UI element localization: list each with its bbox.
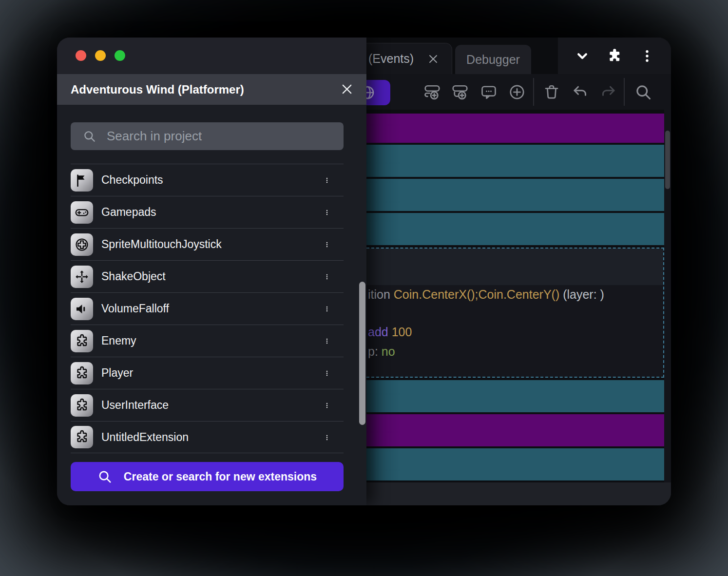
redo-icon bbox=[599, 83, 617, 101]
joystick-icon bbox=[71, 233, 93, 256]
add-comment-icon[interactable] bbox=[480, 83, 498, 101]
events-scrollbar[interactable] bbox=[664, 110, 671, 482]
puzzle-icon bbox=[71, 426, 93, 448]
kebab-menu-icon[interactable] bbox=[323, 203, 331, 222]
drawer-scrollbar-thumb[interactable] bbox=[359, 282, 365, 425]
extension-label: Player bbox=[101, 366, 133, 380]
create-extension-button-label: Create or search for new extensions bbox=[124, 470, 317, 483]
kebab-menu-icon[interactable] bbox=[323, 235, 331, 254]
event-block-selected[interactable]: ition Coin.CenterX();Coin.CenterY() (lay… bbox=[366, 248, 664, 378]
code-token: (layer: ) bbox=[559, 288, 604, 301]
extension-label: UserInterface bbox=[101, 399, 169, 412]
puzzle-icon bbox=[71, 362, 93, 384]
extension-label: Checkpoints bbox=[101, 173, 163, 187]
extension-list-item[interactable]: Checkpoints bbox=[71, 164, 344, 196]
puzzle-filled-icon[interactable] bbox=[606, 48, 623, 64]
event-block[interactable] bbox=[366, 114, 664, 143]
traffic-light-minimize[interactable] bbox=[95, 50, 106, 61]
extension-list-item[interactable]: ShakeObject bbox=[71, 260, 344, 292]
search-icon bbox=[97, 469, 112, 484]
event-action-text[interactable]: p: no bbox=[368, 345, 395, 359]
code-token: ition bbox=[368, 288, 394, 301]
event-block[interactable] bbox=[366, 179, 664, 211]
extension-list-item[interactable]: VolumeFalloff bbox=[71, 292, 344, 325]
events-sheet: ition Coin.CenterX();Coin.CenterY() (lay… bbox=[366, 110, 671, 505]
event-block[interactable] bbox=[366, 414, 664, 446]
event-block[interactable] bbox=[366, 448, 664, 480]
code-token: no bbox=[382, 345, 395, 358]
code-token: Coin.CenterY() bbox=[479, 288, 560, 301]
events-toolbar bbox=[366, 74, 671, 110]
kebab-menu-icon[interactable] bbox=[323, 332, 331, 350]
move-arrows-icon bbox=[71, 266, 93, 288]
extension-label: UntitledExtension bbox=[101, 431, 189, 444]
extensions-list: CheckpointsGamepadsSpriteMultitouchJoyst… bbox=[71, 164, 344, 453]
close-icon[interactable] bbox=[340, 82, 354, 96]
event-action-text[interactable]: add 100 bbox=[368, 325, 412, 339]
window-titlebar bbox=[57, 38, 366, 74]
traffic-light-close[interactable] bbox=[76, 50, 86, 61]
event-actions[interactable]: ition Coin.CenterX();Coin.CenterY() (lay… bbox=[366, 285, 663, 377]
toolbar-divider bbox=[533, 78, 534, 106]
extension-label: Enemy bbox=[101, 334, 136, 347]
add-subevent-icon[interactable] bbox=[451, 83, 469, 101]
event-rows: ition Coin.CenterX();Coin.CenterY() (lay… bbox=[366, 110, 664, 482]
kebab-menu-icon[interactable] bbox=[323, 396, 331, 415]
code-token: p: bbox=[368, 345, 382, 358]
dots-vertical-icon[interactable] bbox=[639, 48, 655, 64]
drawer-header: Adventurous Wind (Platformer) bbox=[57, 74, 366, 105]
search-input[interactable]: Search in project bbox=[71, 122, 344, 150]
toolbar-accent-button[interactable] bbox=[366, 80, 390, 105]
kebab-menu-icon[interactable] bbox=[323, 268, 331, 286]
kebab-menu-icon[interactable] bbox=[323, 428, 331, 447]
window-controls bbox=[558, 38, 671, 74]
extension-list-item[interactable]: UntitledExtension bbox=[71, 421, 344, 453]
undo-icon[interactable] bbox=[572, 83, 589, 101]
code-token: 100 bbox=[392, 325, 412, 339]
tab-events[interactable]: (Events) bbox=[366, 43, 452, 74]
traffic-light-zoom[interactable] bbox=[115, 50, 125, 61]
close-icon[interactable] bbox=[427, 53, 439, 65]
code-token: Coin.CenterX() bbox=[394, 288, 475, 301]
gamepad-icon bbox=[71, 201, 93, 224]
chevron-down-icon[interactable] bbox=[574, 48, 591, 64]
event-block[interactable] bbox=[366, 145, 664, 177]
trash-icon[interactable] bbox=[543, 83, 560, 101]
event-block[interactable] bbox=[366, 213, 664, 245]
code-token: add bbox=[368, 325, 392, 339]
puzzle-icon bbox=[71, 330, 93, 352]
events-editor: (Events) Debugger ition Coin.CenterX();C… bbox=[366, 38, 671, 505]
search-icon bbox=[83, 130, 96, 143]
kebab-menu-icon[interactable] bbox=[323, 171, 331, 190]
extension-list-item[interactable]: Player bbox=[71, 357, 344, 389]
extension-list-item[interactable]: SpriteMultitouchJoystick bbox=[71, 228, 344, 260]
toolbar-divider bbox=[624, 78, 625, 106]
event-block[interactable] bbox=[366, 380, 664, 412]
extension-label: SpriteMultitouchJoystick bbox=[101, 238, 222, 251]
puzzle-icon bbox=[71, 394, 93, 417]
add-event-icon[interactable] bbox=[423, 83, 441, 101]
events-scrollbar-thumb[interactable] bbox=[665, 131, 670, 189]
extension-label: ShakeObject bbox=[101, 270, 166, 283]
tab-debugger[interactable]: Debugger bbox=[455, 45, 531, 74]
event-conditions[interactable] bbox=[366, 249, 663, 285]
project-drawer: Adventurous Wind (Platformer) Search in … bbox=[57, 38, 366, 505]
extension-label: Gamepads bbox=[101, 206, 156, 219]
search-icon[interactable] bbox=[634, 83, 652, 101]
drawer-title: Adventurous Wind (Platformer) bbox=[71, 83, 244, 96]
globe-icon bbox=[366, 85, 375, 100]
speaker-icon bbox=[71, 298, 93, 320]
kebab-menu-icon[interactable] bbox=[323, 364, 331, 383]
extension-list-item[interactable]: Gamepads bbox=[71, 196, 344, 228]
app-window: (Events) Debugger ition Coin.CenterX();C… bbox=[57, 38, 671, 505]
tab-debugger-label: Debugger bbox=[466, 53, 520, 67]
create-extension-button[interactable]: Create or search for new extensions bbox=[71, 462, 344, 491]
circle-plus-icon[interactable] bbox=[508, 83, 526, 101]
extension-list-item[interactable]: Enemy bbox=[71, 325, 344, 357]
flag-icon bbox=[71, 169, 93, 192]
tab-bar: (Events) Debugger bbox=[366, 38, 558, 74]
extension-list-item[interactable]: UserInterface bbox=[71, 389, 344, 421]
event-action-text[interactable]: ition Coin.CenterX();Coin.CenterY() (lay… bbox=[368, 288, 604, 302]
kebab-menu-icon[interactable] bbox=[323, 300, 331, 318]
search-placeholder: Search in project bbox=[107, 129, 202, 144]
